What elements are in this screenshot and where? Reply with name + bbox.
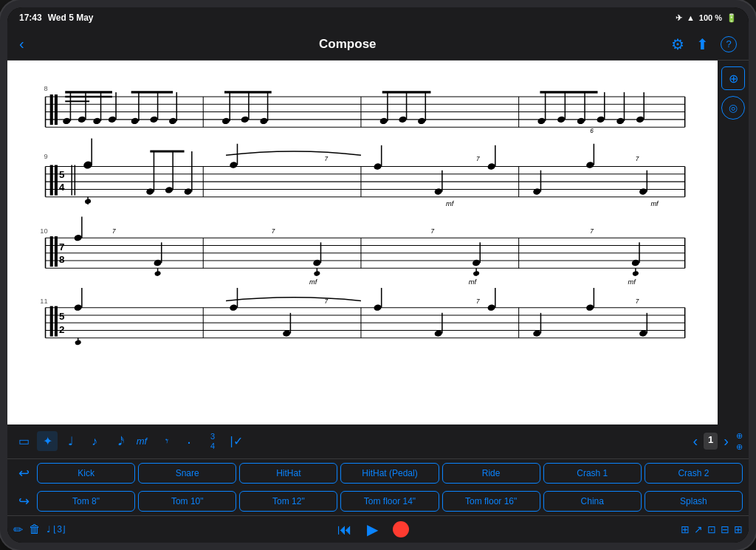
svg-rect-2 xyxy=(55,94,58,125)
svg-text:8: 8 xyxy=(44,85,47,92)
svg-text:8: 8 xyxy=(59,254,65,265)
crash2-button[interactable]: Crash 2 xyxy=(645,463,743,484)
svg-rect-61 xyxy=(55,165,58,196)
svg-point-104 xyxy=(639,188,647,196)
svg-point-42 xyxy=(398,116,407,124)
eighth-note-icon[interactable]: ♪ xyxy=(84,432,105,451)
pencil-tool-icon[interactable]: ✦ xyxy=(37,431,58,451)
svg-point-137 xyxy=(472,259,481,267)
tuplet-icon[interactable]: ♩ ⌊3⌋ xyxy=(47,524,66,534)
hithat-pedal-button[interactable]: HitHat (Pedal) xyxy=(340,463,439,484)
time-sig-icon[interactable]: 34 xyxy=(202,429,223,454)
svg-point-178 xyxy=(487,303,496,312)
svg-point-129 xyxy=(154,259,162,267)
drum-pads-row1: ↩ Kick Snare HitHat HitHat (Pedal) Ride … xyxy=(7,459,749,487)
metronome-button[interactable]: ◎ xyxy=(721,96,745,120)
svg-point-34 xyxy=(241,116,250,124)
svg-text:2: 2 xyxy=(59,324,64,335)
barline-icon[interactable]: |✓ xyxy=(226,431,247,451)
tom8-button[interactable]: Tom 8" xyxy=(37,491,135,512)
svg-point-100 xyxy=(532,188,541,196)
svg-text:mf: mf xyxy=(309,278,318,286)
redo-button[interactable]: ↪ xyxy=(13,490,34,512)
svg-rect-150 xyxy=(55,306,58,337)
back-button[interactable]: ‹ xyxy=(19,35,24,52)
tom10-button[interactable]: Tom 10" xyxy=(138,491,236,512)
select-tool-icon[interactable]: ▭ xyxy=(13,431,34,451)
nav-prev-button[interactable]: ‹ xyxy=(693,433,698,450)
svg-point-36 xyxy=(259,117,268,126)
svg-point-123 xyxy=(74,234,83,242)
add-staff-below-icon[interactable]: ⊕ xyxy=(736,442,743,452)
device-frame: 17:43 Wed 5 May ✈ ▲ 100 % 🔋 ‹ Compose ⚙ … xyxy=(0,0,756,550)
play-button[interactable]: ▶ xyxy=(367,520,378,538)
rest-up-icon[interactable]: 𝄾 xyxy=(155,432,176,451)
hithat-button[interactable]: HitHat xyxy=(239,463,337,484)
tom-floor16-button[interactable]: Tom floor 16" xyxy=(442,491,540,512)
svg-point-25 xyxy=(131,117,140,126)
help-icon[interactable]: ? xyxy=(721,36,737,52)
bottom-toolbar: ▭ ✦ ♩ ♪ 𝅘𝅥𝅯 mf 𝄾 · 34 |✓ ‹ 1 › ⊕ ⊕ xyxy=(7,424,749,543)
svg-point-55 xyxy=(616,117,625,126)
svg-text:7: 7 xyxy=(325,156,329,162)
svg-text:9: 9 xyxy=(44,153,47,160)
transport-controls: ⏮ ▶ xyxy=(66,520,681,538)
status-bar: 17:43 Wed 5 May ✈ ▲ 100 % 🔋 xyxy=(7,7,749,28)
svg-text:10: 10 xyxy=(40,227,47,235)
undo-button[interactable]: ↩ xyxy=(13,462,34,484)
copy-icon[interactable]: ⊡ xyxy=(707,523,716,535)
transport-row: ✏ 🗑 ♩ ⌊3⌋ ⏮ ▶ ⊞ ↗ ⊡ ⊟ ⊞ xyxy=(7,515,749,543)
svg-point-49 xyxy=(557,116,566,124)
snare-button[interactable]: Snare xyxy=(138,463,236,484)
sixteenth-note-icon[interactable]: 𝅘𝅥𝅯 xyxy=(108,432,128,451)
status-date: Wed 5 May xyxy=(48,13,94,23)
svg-point-40 xyxy=(379,117,388,126)
svg-text:7: 7 xyxy=(636,298,639,305)
nav-next-button[interactable]: › xyxy=(724,433,729,450)
export-icon[interactable]: ⊞ xyxy=(734,523,743,535)
dynamic-mf-icon[interactable]: mf xyxy=(131,433,152,450)
tom12-button[interactable]: Tom 12" xyxy=(239,491,337,512)
paste-icon[interactable]: ⊟ xyxy=(721,523,729,535)
tom-floor14-button[interactable]: Tom floor 14" xyxy=(340,491,439,512)
crash1-button[interactable]: Crash 1 xyxy=(543,463,642,484)
svg-text:7: 7 xyxy=(476,298,480,305)
svg-point-141 xyxy=(631,259,640,267)
metronome-icon[interactable]: ↗ xyxy=(694,523,703,535)
record-button[interactable] xyxy=(393,521,409,537)
svg-text:mf: mf xyxy=(469,278,478,286)
svg-text:mf: mf xyxy=(628,278,637,286)
dot-icon[interactable]: · xyxy=(179,431,199,452)
airplane-icon: ✈ xyxy=(676,13,682,23)
svg-point-133 xyxy=(312,259,321,267)
svg-point-85 xyxy=(184,188,193,196)
quarter-note-icon[interactable]: ♩ xyxy=(61,431,81,451)
svg-point-81 xyxy=(145,188,154,196)
add-staff-above-icon[interactable]: ⊕ xyxy=(736,431,743,441)
wifi-icon: ▲ xyxy=(687,13,695,22)
ride-button[interactable]: Ride xyxy=(442,463,540,484)
svg-text:5: 5 xyxy=(59,169,65,180)
right-transport-icons: ⊞ ↗ ⊡ ⊟ ⊞ xyxy=(681,523,743,535)
snap-icon[interactable]: ⊞ xyxy=(681,523,690,535)
svg-text:7: 7 xyxy=(59,241,64,252)
svg-text:4: 4 xyxy=(59,182,65,193)
svg-point-96 xyxy=(434,188,443,196)
svg-rect-60 xyxy=(50,165,53,196)
splash-button[interactable]: Splash xyxy=(645,491,743,512)
eraser-icon[interactable]: ✏ xyxy=(13,523,23,537)
kick-button[interactable]: Kick xyxy=(37,463,135,484)
share-icon[interactable]: ⬆ xyxy=(696,35,709,53)
settings-icon[interactable]: ⚙ xyxy=(671,35,684,53)
delete-icon[interactable]: 🗑 xyxy=(29,523,41,536)
svg-text:7: 7 xyxy=(636,156,639,162)
mixer-button[interactable]: ⊕ xyxy=(721,66,745,90)
skip-back-button[interactable]: ⏮ xyxy=(337,521,352,538)
svg-text:7: 7 xyxy=(112,228,116,235)
china-button[interactable]: China xyxy=(543,491,642,512)
score-area[interactable]: 8 xyxy=(7,61,718,424)
svg-rect-1 xyxy=(50,94,53,125)
svg-text:7: 7 xyxy=(476,156,480,162)
svg-point-98 xyxy=(487,162,496,171)
svg-point-102 xyxy=(585,161,594,169)
